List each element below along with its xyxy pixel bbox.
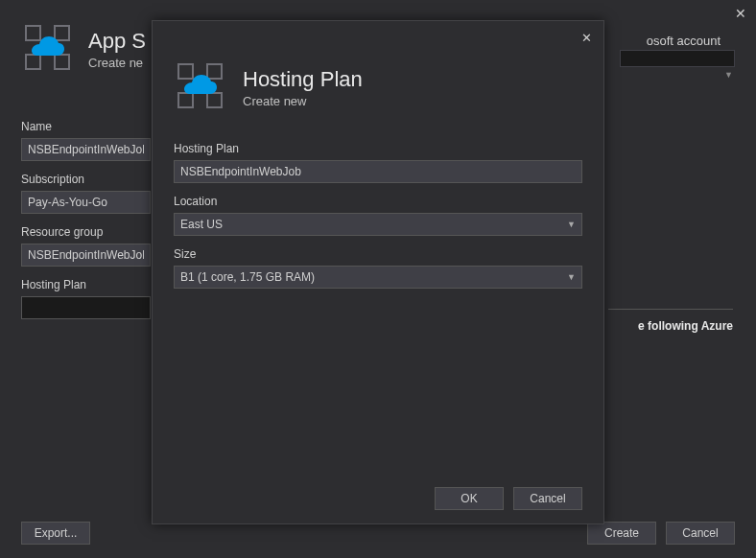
name-label: Name [21, 120, 151, 133]
account-label: osoft account [647, 34, 735, 48]
resource-group-input[interactable] [21, 244, 151, 267]
size-select[interactable]: B1 (1 core, 1.75 GB RAM) ▼ [174, 266, 582, 289]
subscription-label: Subscription [21, 173, 151, 186]
chevron-down-icon: ▼ [567, 272, 576, 282]
size-value: B1 (1 core, 1.75 GB RAM) [180, 270, 315, 284]
ok-button[interactable]: OK [435, 487, 504, 510]
app-service-icon [21, 21, 77, 77]
hosting-plan-name-label: Hosting Plan [174, 142, 582, 155]
cloud-icon [31, 36, 65, 59]
create-button[interactable]: Create [587, 522, 656, 545]
app-service-form: Name Subscription Resource group Hosting… [21, 120, 151, 331]
export-button[interactable]: Export... [21, 522, 90, 545]
hosting-plan-input[interactable] [21, 296, 151, 319]
divider [608, 309, 733, 310]
app-service-subtitle: Create ne [88, 56, 146, 70]
account-area: osoft account ▼ [620, 34, 735, 67]
hosting-plan-label: Hosting Plan [21, 278, 151, 291]
dialog-subtitle: Create new [243, 94, 363, 108]
cancel-button[interactable]: Cancel [513, 487, 582, 510]
app-service-header: App S Create ne [21, 21, 146, 77]
info-text: e following Azure [638, 319, 733, 333]
name-input[interactable] [21, 138, 151, 161]
hosting-plan-dialog: ✕ Hosting Plan Create new Hosting Plan L… [152, 20, 604, 524]
dialog-title: Hosting Plan [243, 67, 363, 92]
location-select[interactable]: East US ▼ [174, 213, 582, 236]
size-label: Size [174, 247, 582, 261]
chevron-down-icon: ▼ [567, 220, 576, 229]
cancel-button[interactable]: Cancel [666, 522, 735, 545]
hosting-plan-icon [174, 59, 229, 115]
account-dropdown[interactable] [620, 50, 735, 67]
hosting-plan-header: Hosting Plan Create new [153, 21, 603, 132]
location-value: East US [180, 218, 223, 231]
subscription-input[interactable] [21, 191, 151, 214]
close-icon[interactable]: ✕ [581, 31, 592, 45]
hosting-plan-name-input[interactable] [174, 160, 582, 183]
close-icon[interactable]: ✕ [735, 6, 746, 21]
app-service-title: App S [88, 29, 146, 54]
hosting-plan-form: Hosting Plan Location East US ▼ Size B1 … [153, 132, 603, 310]
chevron-down-icon: ▼ [724, 70, 733, 80]
location-label: Location [174, 195, 582, 208]
cloud-icon [183, 75, 218, 98]
resource-group-label: Resource group [21, 225, 151, 239]
